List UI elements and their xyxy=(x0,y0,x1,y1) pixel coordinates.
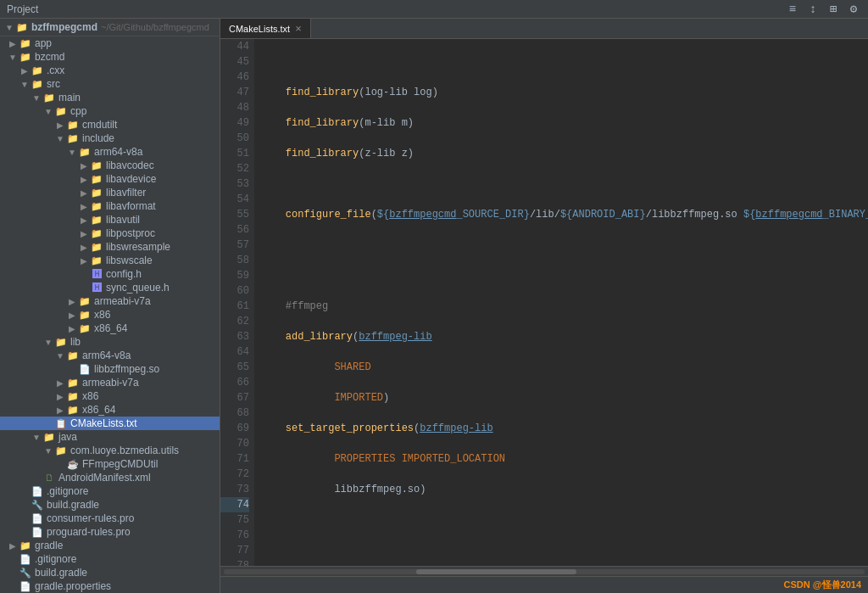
sidebar-item-gitignore-bzcmd[interactable]: ▶ 📄 .gitignore xyxy=(0,484,220,498)
sidebar-item-main[interactable]: ▼ 📁 main xyxy=(0,91,220,104)
line-58: libbzffmpeg.so) xyxy=(261,482,868,497)
code-content[interactable]: find_library(log-lib log) find_library(m… xyxy=(254,39,868,566)
line-52: #ffmpeg xyxy=(261,299,868,314)
csdn-label: CSDN @怪兽2014 xyxy=(784,579,861,591)
sidebar-item-gradle-properties[interactable]: ▶ 📄 gradle.properties xyxy=(0,579,220,593)
src-label: src xyxy=(47,78,60,90)
sidebar-item-libpostproc[interactable]: ▶ 📁 libpostproc xyxy=(0,227,220,240)
libavfilter-icon: 📁 xyxy=(90,187,103,198)
line-56: set_target_properties(bzffmpeg-lib xyxy=(261,421,868,436)
sidebar-item-proguard-rules[interactable]: ▶ 📄 proguard-rules.pro xyxy=(0,525,220,539)
include-folder-icon: 📁 xyxy=(66,133,80,143)
sidebar-item-cmakelists[interactable]: ▶ 📋 CMakeLists.txt xyxy=(0,417,220,430)
sidebar-item-buildgradle-root[interactable]: ▶ 🔧 build.gradle xyxy=(0,566,220,579)
sidebar-item-libbzffmpeg[interactable]: ▶ 📄 libbzffmpeg.so xyxy=(0,362,220,376)
sidebar-item-x86-lib[interactable]: ▶ 📁 x86 xyxy=(0,389,220,403)
ffmpegcmdutil-label: FFmpegCMDUtil xyxy=(82,458,158,470)
sidebar-item-config-h[interactable]: ▶ 🅷 config.h xyxy=(0,267,220,281)
tab-label: CMakeLists.txt xyxy=(229,24,290,34)
sidebar-item-libavcodec[interactable]: ▶ 📁 libavcodec xyxy=(0,159,220,172)
sidebar-item-java[interactable]: ▼ 📁 java xyxy=(0,430,220,444)
line-46: find_library(m-lib m) xyxy=(261,115,868,131)
proguard-label: proguard-rules.pro xyxy=(47,526,131,538)
sidebar-item-app[interactable]: ▶ 📁 app xyxy=(0,36,220,50)
sidebar-item-consumer-rules[interactable]: ▶ 📄 consumer-rules.pro xyxy=(0,512,220,525)
x86-64-label: x86_64 xyxy=(94,322,127,334)
armeabi-label: armeabi-v7a xyxy=(94,295,151,307)
sidebar-item-arm64-lib[interactable]: ▼ 📁 arm64-v8a xyxy=(0,349,220,362)
sidebar-item-cpp[interactable]: ▼ 📁 cpp xyxy=(0,104,220,118)
sidebar-item-libswresample[interactable]: ▶ 📁 libswresample xyxy=(0,240,220,254)
sidebar-item-armeabi-lib[interactable]: ▶ 📁 armeabi-v7a xyxy=(0,376,220,389)
sidebar-item-bzcmd[interactable]: ▼ 📁 bzcmd xyxy=(0,50,220,64)
horizontal-scrollbar[interactable] xyxy=(220,566,868,576)
sidebar-item-x86_64[interactable]: ▶ 📁 x86_64 xyxy=(0,322,220,335)
sidebar-item-buildgradle-bzcmd[interactable]: ▶ 🔧 build.gradle xyxy=(0,498,220,512)
scroll-thumb[interactable] xyxy=(416,569,576,574)
tab-cmakelists[interactable]: CMakeLists.txt × xyxy=(220,19,311,38)
armeabi-lib-label: armeabi-v7a xyxy=(82,377,139,389)
sidebar-item-arm64[interactable]: ▼ 📁 arm64-v8a xyxy=(0,145,220,159)
expand-icon[interactable]: ⊞ xyxy=(826,2,841,17)
sidebar-item-libavdevice[interactable]: ▶ 📁 libavdevice xyxy=(0,172,220,186)
sidebar-item-sync-queue-h[interactable]: ▶ 🅷 sync_queue.h xyxy=(0,281,220,294)
gitignore-bzcmd-label: .gitignore xyxy=(47,485,88,497)
include-label: include xyxy=(82,132,114,144)
main-folder-icon: 📁 xyxy=(42,92,56,103)
sidebar-item-x86-64-lib[interactable]: ▶ 📁 x86_64 xyxy=(0,403,220,417)
gradle-icon-bzcmd: 🔧 xyxy=(31,500,44,510)
tab-close-button[interactable]: × xyxy=(295,22,302,35)
sidebar-item-armeabi[interactable]: ▶ 📁 armeabi-v7a xyxy=(0,294,220,308)
libswresample-icon: 📁 xyxy=(90,242,103,252)
gitignore-root-label: .gitignore xyxy=(35,553,76,565)
sidebar-item-src[interactable]: ▼ 📁 src xyxy=(0,77,220,91)
sidebar-item-gradle-folder[interactable]: ▶ 📁 gradle xyxy=(0,539,220,552)
line-57: PROPERTIES IMPORTED_LOCATION xyxy=(261,451,868,467)
line-51 xyxy=(261,268,868,283)
line-48 xyxy=(261,176,868,192)
armeabi-folder-icon: 📁 xyxy=(78,296,92,306)
main-layout: ▼ 📁 bzffmpegcmd ~/Git/Github/bzffmpegcmd… xyxy=(0,19,868,593)
buildgradle-root-label: build.gradle xyxy=(35,567,87,579)
menu-icon[interactable]: ≡ xyxy=(785,2,800,17)
arm64-folder-icon: 📁 xyxy=(78,147,92,157)
sidebar-item-ffmpegcmdutil[interactable]: ▶ ☕ FFmpegCMDUtil xyxy=(0,457,220,471)
x86-label: x86 xyxy=(94,309,110,321)
root-path: ~/Git/Github/bzffmpegcmd xyxy=(101,22,209,32)
status-bar: CSDN @怪兽2014 xyxy=(220,576,868,593)
libavcodec-icon: 📁 xyxy=(90,160,103,171)
sort-icon[interactable]: ↕ xyxy=(805,2,821,17)
root-label: bzffmpegcmd xyxy=(31,21,97,33)
line-49: configure_file(${bzffmpegcmd_SOURCE_DIR}… xyxy=(261,207,868,222)
buildgradle-bzcmd-label: build.gradle xyxy=(47,499,99,511)
app-label: app xyxy=(35,37,52,49)
libpostproc-label: libpostproc xyxy=(106,227,155,239)
xml-icon: 🗋 xyxy=(42,473,56,483)
sidebar-item-lib[interactable]: ▼ 📁 lib xyxy=(0,335,220,349)
settings-icon[interactable]: ⚙ xyxy=(846,2,861,17)
sidebar-item-gitignore-root[interactable]: ▶ 📄 .gitignore xyxy=(0,552,220,566)
sidebar-item-androidmanifest[interactable]: ▶ 🗋 AndroidManifest.xml xyxy=(0,471,220,484)
x86-64-folder-icon: 📁 xyxy=(78,323,92,333)
x86-64-lib-icon: 📁 xyxy=(66,405,80,415)
gradle-folder-icon: 📁 xyxy=(19,540,32,551)
editor-area: CMakeLists.txt × 44 45 46 47 48 49 50 51… xyxy=(220,19,868,593)
sidebar-item-libswscale[interactable]: ▶ 📁 libswscale xyxy=(0,254,220,267)
sidebar-root[interactable]: ▼ 📁 bzffmpegcmd ~/Git/Github/bzffmpegcmd xyxy=(0,19,220,36)
sidebar-item-libavutil[interactable]: ▶ 📁 libavutil xyxy=(0,213,220,227)
gradle-folder-label: gradle xyxy=(35,540,63,551)
sidebar-item-libavfilter[interactable]: ▶ 📁 libavfilter xyxy=(0,186,220,199)
sidebar-item-cxx[interactable]: ▶ 📁 .cxx xyxy=(0,64,220,77)
libavformat-label: libavformat xyxy=(106,200,156,212)
sidebar-item-libavformat[interactable]: ▶ 📁 libavformat xyxy=(0,199,220,213)
sidebar-item-cmdutilt[interactable]: ▶ 📁 cmdutilt xyxy=(0,118,220,131)
code-editor: 44 45 46 47 48 49 50 51 52 53 54 55 56 5… xyxy=(220,39,868,566)
libbzffmpeg-label: libbzffmpeg.so xyxy=(94,363,159,375)
gradle-properties-label: gradle.properties xyxy=(35,580,111,592)
libavdevice-icon: 📁 xyxy=(90,174,103,184)
sidebar-item-x86[interactable]: ▶ 📁 x86 xyxy=(0,308,220,322)
x86-lib-label: x86 xyxy=(82,390,98,402)
sidebar-item-com-luoye[interactable]: ▼ 📁 com.luoye.bzmedia.utils xyxy=(0,444,220,457)
libavformat-icon: 📁 xyxy=(90,201,103,211)
sidebar-item-include[interactable]: ▼ 📁 include xyxy=(0,131,220,145)
